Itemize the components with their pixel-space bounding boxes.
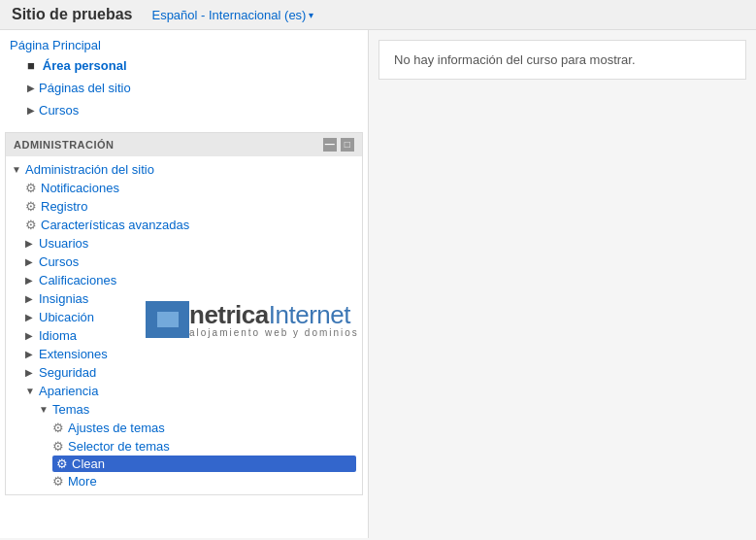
label-ubicacion[interactable]: Ubicación bbox=[39, 310, 94, 324]
tree-usuarios[interactable]: ▶ Usuarios bbox=[25, 234, 356, 253]
gear-icon-more: ⚙ bbox=[52, 474, 64, 489]
admin-tree: ▼ Administración del sitio ⚙ Notificacio… bbox=[6, 156, 362, 494]
arrow-right-icon-2: ▶ bbox=[27, 105, 35, 116]
label-apariencia[interactable]: Apariencia bbox=[39, 384, 98, 398]
nav-block: Página Principal ■ Área personal ▶ Págin… bbox=[0, 30, 368, 127]
arrow-right-seguridad: ▶ bbox=[25, 367, 35, 378]
gear-icon-caracteristicas: ⚙ bbox=[25, 218, 37, 232]
bullet-icon: ■ bbox=[27, 58, 35, 73]
no-info-text: No hay información del curso para mostra… bbox=[394, 52, 636, 67]
sidebar: Página Principal ■ Área personal ▶ Págin… bbox=[0, 30, 369, 538]
admin-header-label: ADMINISTRACIÓN bbox=[14, 139, 115, 151]
language-selector[interactable]: Español - Internacional (es) ▾ bbox=[151, 8, 313, 22]
tree-apariencia[interactable]: ▼ Apariencia bbox=[25, 382, 356, 400]
label-calificaciones[interactable]: Calificaciones bbox=[39, 273, 116, 287]
language-label: Español - Internacional (es) bbox=[151, 8, 306, 22]
tree-insignias[interactable]: ▶ Insignias bbox=[25, 289, 356, 308]
tree-selector-temas[interactable]: ⚙ Selector de temas bbox=[52, 437, 356, 456]
label-cursos[interactable]: Cursos bbox=[39, 254, 79, 269]
admin-block: ADMINISTRACIÓN — □ ▼ Administración del … bbox=[5, 132, 363, 495]
nav-link-area-personal[interactable]: Área personal bbox=[43, 56, 127, 75]
link-more[interactable]: More bbox=[68, 474, 97, 489]
main-layout: Página Principal ■ Área personal ▶ Págin… bbox=[0, 30, 756, 538]
arrow-right-extensiones: ▶ bbox=[25, 349, 35, 359]
tree-ubicacion[interactable]: ▶ Ubicación bbox=[25, 308, 356, 326]
content-area: No hay información del curso para mostra… bbox=[369, 30, 756, 538]
arrow-down-apariencia: ▼ bbox=[25, 386, 35, 396]
label-insignias[interactable]: Insignias bbox=[39, 291, 88, 306]
tree-more[interactable]: ⚙ More bbox=[52, 472, 356, 490]
label-usuarios[interactable]: Usuarios bbox=[39, 236, 88, 251]
chevron-down-icon: ▾ bbox=[309, 10, 313, 20]
label-temas[interactable]: Temas bbox=[52, 402, 89, 417]
label-idioma[interactable]: Idioma bbox=[39, 328, 77, 343]
nav-link-paginas[interactable]: Páginas del sitio bbox=[39, 79, 131, 97]
tree-admin-sitio[interactable]: ▼ Administración del sitio bbox=[12, 160, 356, 179]
nav-links: Página Principal ■ Área personal ▶ Págin… bbox=[0, 30, 368, 127]
tree-registro[interactable]: ⚙ Registro bbox=[25, 197, 356, 216]
tree-notificaciones[interactable]: ⚙ Notificaciones bbox=[25, 179, 356, 197]
admin-header: ADMINISTRACIÓN — □ bbox=[6, 133, 362, 156]
link-caracteristicas[interactable]: Características avanzadas bbox=[41, 218, 189, 232]
nav-paginas-sitio[interactable]: ▶ Páginas del sitio bbox=[27, 77, 358, 99]
tree-seguridad[interactable]: ▶ Seguridad bbox=[25, 363, 356, 382]
tree-cursos[interactable]: ▶ Cursos bbox=[25, 253, 356, 271]
tree-extensiones[interactable]: ▶ Extensiones bbox=[25, 345, 356, 363]
arrow-right-insignias: ▶ bbox=[25, 293, 35, 304]
info-box: No hay información del curso para mostra… bbox=[378, 40, 746, 80]
nav-link-cursos[interactable]: Cursos bbox=[39, 101, 79, 119]
temas-children: ⚙ Ajustes de temas ⚙ Selector de temas ⚙ bbox=[39, 419, 356, 490]
link-registro[interactable]: Registro bbox=[41, 199, 87, 214]
top-bar: Sitio de pruebas Español - Internacional… bbox=[0, 0, 756, 30]
arrow-down-temas: ▼ bbox=[39, 404, 49, 415]
link-selector-temas[interactable]: Selector de temas bbox=[68, 439, 170, 454]
site-title: Sitio de pruebas bbox=[12, 6, 132, 23]
tree-idioma[interactable]: ▶ Idioma bbox=[25, 326, 356, 345]
gear-icon-selector: ⚙ bbox=[52, 439, 64, 454]
nav-cursos[interactable]: ▶ Cursos bbox=[27, 99, 358, 121]
arrow-right-ubicacion: ▶ bbox=[25, 312, 35, 322]
nav-pagina-principal[interactable]: Página Principal bbox=[10, 36, 358, 54]
gear-icon-notificaciones: ⚙ bbox=[25, 181, 37, 195]
tree-temas[interactable]: ▼ Temas bbox=[39, 400, 356, 419]
expand-icon[interactable]: □ bbox=[341, 138, 354, 152]
link-ajustes-temas[interactable]: Ajustes de temas bbox=[68, 421, 165, 435]
tree-clean[interactable]: ⚙ Clean bbox=[52, 456, 356, 472]
arrow-down-icon: ▼ bbox=[12, 164, 21, 175]
label-seguridad[interactable]: Seguridad bbox=[39, 365, 96, 380]
gear-icon-clean: ⚙ bbox=[56, 456, 68, 471]
arrow-right-calificaciones: ▶ bbox=[25, 275, 35, 286]
arrow-right-cursos: ▶ bbox=[25, 256, 35, 267]
tree-calificaciones[interactable]: ▶ Calificaciones bbox=[25, 271, 356, 289]
nav-area-personal: ■ Área personal bbox=[27, 54, 358, 77]
collapse-icon[interactable]: — bbox=[323, 138, 337, 152]
apariencia-children: ▼ Temas ⚙ Ajustes de temas ⚙ bbox=[25, 400, 356, 490]
link-notificaciones[interactable]: Notificaciones bbox=[41, 181, 119, 195]
link-clean[interactable]: Clean bbox=[72, 456, 105, 471]
arrow-right-idioma: ▶ bbox=[25, 330, 35, 341]
admin-sitio-children: ⚙ Notificaciones ⚙ Registro ⚙ Caracterís… bbox=[12, 179, 356, 490]
arrow-right-usuarios: ▶ bbox=[25, 238, 35, 249]
arrow-right-icon: ▶ bbox=[27, 83, 35, 93]
tree-ajustes-temas[interactable]: ⚙ Ajustes de temas bbox=[52, 419, 356, 437]
gear-icon-ajustes: ⚙ bbox=[52, 421, 64, 435]
tree-caracteristicas[interactable]: ⚙ Características avanzadas bbox=[25, 216, 356, 234]
label-extensiones[interactable]: Extensiones bbox=[39, 347, 108, 361]
gear-icon-registro: ⚙ bbox=[25, 199, 37, 214]
nav-sub: ■ Área personal ▶ Páginas del sitio ▶ Cu… bbox=[10, 54, 358, 121]
admin-header-controls: — □ bbox=[323, 138, 354, 152]
admin-sitio-label[interactable]: Administración del sitio bbox=[25, 162, 154, 177]
